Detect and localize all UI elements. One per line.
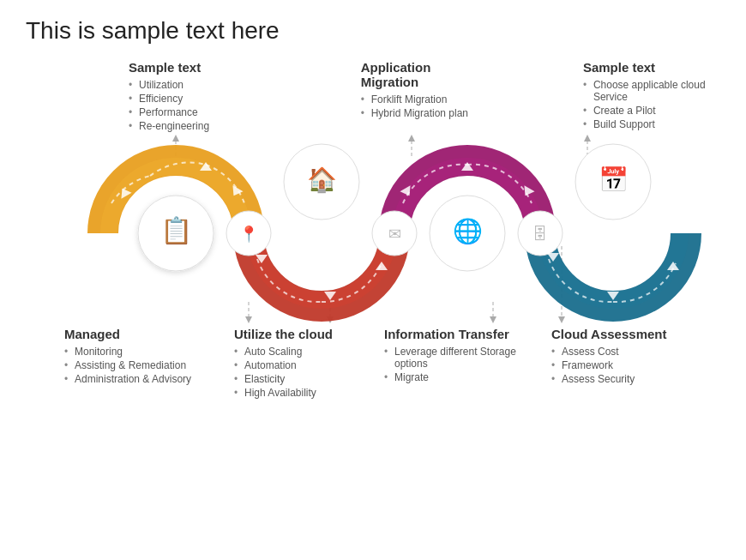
bottom-label-3-title: Information Transfer (384, 327, 543, 341)
page-title: This is sample text here (26, 17, 720, 45)
bottom-label-3-item-0: •Leverage different Storage options (384, 345, 543, 370)
svg-marker-1 (172, 135, 179, 142)
bottom-label-1: Managed •Monitoring •Assisting & Remedia… (64, 327, 226, 400)
svg-marker-7 (245, 316, 252, 323)
svg-marker-13 (558, 316, 565, 323)
diagram-area: 📋 🏠 🌐 📅 📍 ✉ 🗄 (26, 135, 720, 323)
svg-text:📋: 📋 (160, 215, 193, 246)
bottom-label-2-item-1: •Automation (234, 358, 376, 372)
top-label-3-item-0: •Choose applicable cloud Service (583, 78, 720, 104)
top-label-1-item-1: •Efficiency (129, 92, 250, 105)
bottom-label-1-item-0: •Monitoring (64, 345, 226, 358)
bottom-label-2-item-3: •High Availability (234, 386, 376, 400)
top-label-3-title: Sample text (583, 60, 720, 75)
diagram-svg: 📋 🏠 🌐 📅 📍 ✉ 🗄 (26, 135, 720, 323)
svg-text:✉: ✉ (388, 226, 401, 243)
top-label-3-item-1: •Create a Pilot (583, 104, 720, 117)
bottom-label-3: Information Transfer •Leverage different… (384, 327, 543, 400)
svg-marker-3 (408, 135, 415, 142)
svg-marker-5 (584, 135, 591, 142)
bottom-label-2-title: Utilize the cloud (234, 327, 376, 341)
svg-text:📍: 📍 (239, 225, 259, 244)
top-label-2-item-1: •Hybrid Migration plan (361, 106, 482, 120)
top-label-2-item-0: •Forklift Migration (361, 93, 482, 106)
top-label-3-item-2: •Build Support (583, 117, 720, 131)
bottom-label-2-item-2: •Elasticity (234, 372, 376, 386)
svg-marker-11 (490, 316, 496, 323)
top-label-1-item-3: •Re-engineering (129, 119, 250, 133)
page: This is sample text here Sample text •Ut… (0, 0, 746, 560)
top-label-1-title: Sample text (129, 60, 250, 75)
bottom-label-2: Utilize the cloud •Auto Scaling •Automat… (234, 327, 376, 400)
bottom-label-4-item-2: •Assess Security (551, 372, 706, 386)
bottom-label-3-item-1: •Migrate (384, 370, 543, 384)
bottom-label-1-item-2: •Administration & Advisory (64, 372, 226, 386)
top-label-2: Application Migration •Forklift Migratio… (361, 60, 482, 133)
bottom-label-4-item-0: •Assess Cost (551, 345, 706, 358)
top-label-2-title: Application Migration (361, 60, 482, 89)
top-label-1-item-2: •Performance (129, 105, 250, 119)
top-label-1: Sample text •Utilization •Efficiency •Pe… (129, 60, 250, 133)
top-label-3: Sample text •Choose applicable cloud Ser… (583, 60, 720, 133)
svg-text:🗄: 🗄 (532, 226, 548, 243)
top-label-1-item-0: •Utilization (129, 78, 250, 92)
bottom-label-4-title: Cloud Assessment (551, 327, 706, 341)
svg-text:📅: 📅 (599, 166, 629, 194)
svg-text:🌐: 🌐 (453, 217, 483, 245)
bottom-label-1-title: Managed (64, 327, 226, 341)
bottom-label-2-item-0: •Auto Scaling (234, 345, 376, 358)
bottom-label-4: Cloud Assessment •Assess Cost •Framework… (551, 327, 706, 400)
bottom-label-1-item-1: •Assisting & Remediation (64, 358, 226, 372)
svg-text:🏠: 🏠 (307, 166, 337, 194)
bottom-label-4-item-1: •Framework (551, 358, 706, 372)
